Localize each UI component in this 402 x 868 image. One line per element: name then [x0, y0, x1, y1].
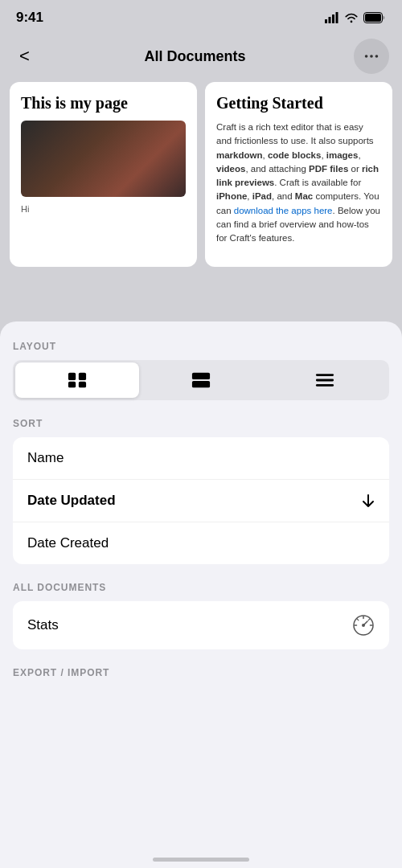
speedometer-icon	[352, 614, 375, 637]
svg-rect-2	[332, 14, 334, 23]
sort-section-label: SORT	[13, 418, 389, 429]
status-icons	[325, 12, 386, 23]
svg-rect-5	[365, 14, 381, 22]
ellipsis-icon	[363, 47, 380, 65]
svg-rect-3	[336, 12, 338, 23]
svg-rect-11	[68, 382, 76, 387]
svg-rect-12	[79, 382, 86, 387]
export-import-section: EXPORT / IMPORT	[13, 667, 389, 678]
card-icon	[191, 371, 211, 390]
all-docs-label: ALL DOCUMENTS	[13, 582, 389, 593]
svg-line-25	[363, 621, 367, 625]
list-icon	[315, 371, 334, 390]
more-options-button[interactable]	[354, 39, 389, 74]
layout-option-grid[interactable]	[15, 362, 139, 398]
svg-point-6	[365, 55, 368, 58]
sort-name-label: Name	[27, 450, 64, 466]
card-title-my-page: This is my page	[21, 93, 186, 113]
svg-rect-16	[316, 379, 334, 382]
svg-rect-0	[325, 19, 327, 23]
svg-rect-17	[316, 384, 334, 387]
back-button[interactable]: <	[13, 43, 36, 70]
svg-point-7	[370, 55, 373, 58]
svg-line-24	[357, 619, 359, 620]
sort-list: Name Date Updated Date Created	[13, 437, 389, 564]
export-import-label: EXPORT / IMPORT	[13, 667, 389, 678]
sort-option-date-created[interactable]: Date Created	[13, 522, 389, 564]
status-time: 9:41	[16, 10, 43, 26]
grid-icon	[68, 371, 87, 390]
stats-item[interactable]: Stats	[13, 601, 389, 649]
svg-rect-1	[329, 17, 331, 23]
sort-option-date-updated[interactable]: Date Updated	[13, 480, 389, 522]
nav-bar: < All Documents	[0, 31, 402, 82]
card-thumbnail-my-page	[21, 121, 186, 197]
wifi-icon	[344, 12, 359, 23]
document-cards-area: This is my page Hi Getting Started Craft…	[0, 82, 402, 267]
svg-rect-10	[79, 373, 86, 380]
svg-line-23	[368, 619, 370, 620]
stats-label: Stats	[27, 617, 59, 633]
sort-option-name[interactable]: Name	[13, 437, 389, 480]
layout-section-label: LAYOUT	[13, 341, 389, 352]
sort-down-arrow-icon	[362, 493, 375, 508]
card-title-getting-started: Getting Started	[216, 93, 381, 113]
signal-icon	[325, 12, 339, 23]
home-indicator	[153, 858, 249, 862]
svg-rect-13	[192, 373, 210, 379]
sort-date-updated-label: Date Updated	[27, 493, 116, 509]
layout-option-list[interactable]	[263, 362, 387, 398]
battery-icon	[363, 12, 386, 23]
sort-date-created-label: Date Created	[27, 535, 109, 551]
bottom-sheet: LAYOUT SORT	[0, 321, 402, 868]
status-bar: 9:41	[0, 0, 402, 31]
sort-section: SORT Name Date Updated Date Created	[13, 418, 389, 564]
stats-icon	[352, 614, 375, 637]
layout-selector	[13, 360, 389, 400]
all-documents-section: ALL DOCUMENTS Stats	[13, 582, 389, 649]
document-card-getting-started[interactable]: Getting Started Craft is a rich text edi…	[205, 82, 392, 267]
card-body-getting-started: Craft is a rich text editor that is easy…	[216, 121, 381, 245]
svg-rect-14	[192, 381, 210, 387]
page-title: All Documents	[144, 48, 245, 65]
card-snippet-my-page: Hi	[21, 203, 186, 215]
document-card-my-page[interactable]: This is my page Hi	[10, 82, 197, 267]
svg-rect-9	[68, 373, 76, 380]
layout-option-card[interactable]	[139, 362, 263, 398]
svg-rect-15	[316, 374, 334, 376]
svg-point-8	[375, 55, 379, 58]
